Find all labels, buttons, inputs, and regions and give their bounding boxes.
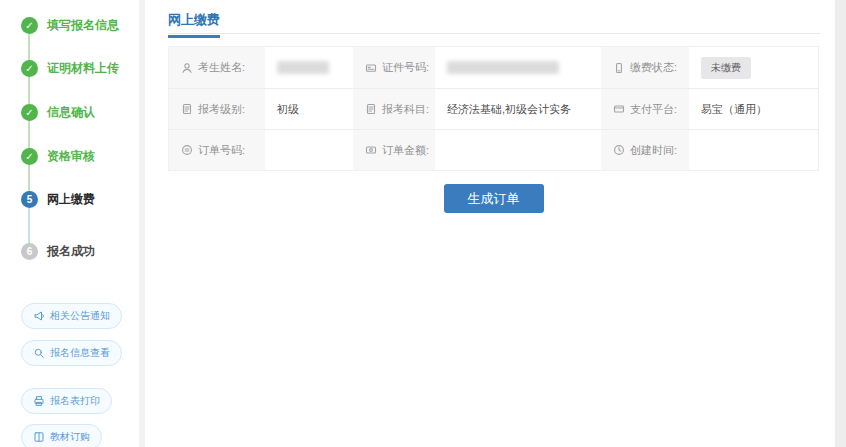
payment-info-table: 考生姓名: 证件号码: 缴费状态: 未缴费 报考级别: 初级 报考科目: — [168, 46, 819, 171]
link-textbook-order[interactable]: 教材订购 — [21, 424, 102, 447]
order-amount-value — [435, 130, 601, 170]
id-card-icon — [365, 62, 377, 74]
step-fill-info[interactable]: 填写报名信息 — [21, 17, 119, 34]
step-number: 5 — [21, 191, 38, 208]
id-number-label: 证件号码: — [353, 47, 435, 88]
scrollbar-track[interactable] — [835, 0, 846, 447]
payment-panel: 网上缴费 考生姓名: 证件号码: 缴费状态: 未缴费 报考级别: — [145, 0, 835, 447]
exam-subjects-label: 报考科目: — [353, 89, 435, 129]
link-announcements[interactable]: 相关公告通知 — [21, 303, 122, 329]
candidate-name-label: 考生姓名: — [169, 47, 265, 88]
exam-level-value: 初级 — [265, 89, 353, 129]
exam-subjects-value: 经济法基础,初级会计实务 — [435, 89, 601, 129]
redacted-value — [447, 61, 559, 74]
step-confirm-info[interactable]: 信息确认 — [21, 104, 95, 121]
step-registration-success[interactable]: 6 报名成功 — [21, 243, 95, 260]
printer-icon — [33, 395, 45, 407]
step-number: 6 — [21, 243, 38, 260]
step-label: 报名成功 — [47, 243, 95, 260]
document-icon — [365, 103, 377, 115]
payment-platform-value: 易宝（通用） — [689, 89, 818, 129]
step-upload-materials[interactable]: 证明材料上传 — [21, 60, 119, 77]
money-icon — [365, 144, 377, 156]
order-icon — [181, 144, 193, 156]
id-number-value — [435, 47, 601, 88]
megaphone-icon — [33, 310, 45, 322]
search-icon — [33, 347, 45, 359]
order-amount-label: 订单金额: — [353, 130, 435, 170]
step-label: 资格审核 — [47, 148, 95, 165]
step-sidebar: 填写报名信息 证明材料上传 信息确认 资格审核 5 网上缴费 6 报名成功 相关… — [0, 0, 138, 447]
check-icon — [21, 17, 38, 34]
payment-status-label: 缴费状态: — [601, 47, 689, 88]
check-icon — [21, 148, 38, 165]
table-row: 报考级别: 初级 报考科目: 经济法基础,初级会计实务 支付平台: 易宝（通用） — [169, 88, 818, 129]
check-icon — [21, 60, 38, 77]
payment-status-value: 未缴费 — [689, 47, 818, 88]
book-icon — [33, 431, 45, 443]
exam-level-label: 报考级别: — [169, 89, 265, 129]
link-label: 相关公告通知 — [50, 309, 110, 323]
step-label: 证明材料上传 — [47, 60, 119, 77]
tab-online-payment[interactable]: 网上缴费 — [168, 11, 220, 38]
redacted-value — [277, 61, 329, 74]
link-label: 报名信息查看 — [50, 346, 110, 360]
table-row: 考生姓名: 证件号码: 缴费状态: 未缴费 — [169, 47, 818, 88]
link-print-registration-form[interactable]: 报名表打印 — [21, 388, 112, 414]
status-badge: 未缴费 — [701, 57, 751, 79]
phone-icon — [613, 62, 625, 74]
link-label: 报名表打印 — [50, 394, 100, 408]
user-icon — [181, 62, 193, 74]
link-label: 教材订购 — [50, 430, 90, 444]
create-time-value — [689, 130, 818, 170]
order-number-value — [265, 130, 353, 170]
document-icon — [181, 103, 193, 115]
button-row: 生成订单 — [168, 184, 819, 213]
order-number-label: 订单号码: — [169, 130, 265, 170]
table-row: 订单号码: 订单金额: 创建时间: — [169, 129, 818, 170]
check-icon — [21, 104, 38, 121]
card-icon — [613, 103, 625, 115]
payment-platform-label: 支付平台: — [601, 89, 689, 129]
step-qualification-review[interactable]: 资格审核 — [21, 148, 95, 165]
generate-order-button[interactable]: 生成订单 — [444, 184, 544, 213]
header-divider — [168, 33, 820, 34]
step-label: 网上缴费 — [47, 191, 95, 208]
clock-icon — [613, 144, 625, 156]
step-connector-next — [28, 208, 30, 244]
step-label: 填写报名信息 — [47, 17, 119, 34]
link-registration-info-view[interactable]: 报名信息查看 — [21, 340, 122, 366]
step-label: 信息确认 — [47, 104, 95, 121]
step-online-payment[interactable]: 5 网上缴费 — [21, 191, 95, 208]
create-time-label: 创建时间: — [601, 130, 689, 170]
candidate-name-value — [265, 47, 353, 88]
